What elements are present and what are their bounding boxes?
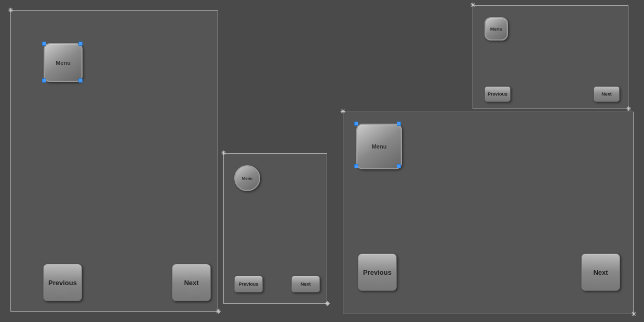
previous-button-top-right[interactable]: Previous <box>485 86 511 102</box>
panel-large-left: ✳ ✳ Menu Previous Next <box>10 10 218 312</box>
menu-button-mid[interactable]: Menu <box>356 124 402 169</box>
handle-mid-br[interactable] <box>397 164 401 168</box>
menu-button-large[interactable]: Menu <box>44 43 83 82</box>
corner-marker-sm-br: ✳ <box>324 300 331 307</box>
previous-button-mid[interactable]: Previous <box>358 253 397 291</box>
panel-small-mid: ✳ ✳ Menu Previous Next <box>223 153 327 304</box>
handle-br[interactable] <box>78 78 83 83</box>
next-button-top-right[interactable]: Next <box>594 86 620 102</box>
previous-button-small[interactable]: Previous <box>234 276 263 292</box>
corner-marker-mr-tl: ✳ <box>339 108 346 115</box>
handle-tl[interactable] <box>42 42 46 46</box>
menu-button-top-right[interactable]: Menu <box>485 17 508 41</box>
corner-marker-br: ✳ <box>214 308 222 315</box>
corner-marker-tr-tl: ✳ <box>469 2 476 9</box>
handle-bl[interactable] <box>42 78 46 83</box>
next-button-mid[interactable]: Next <box>581 253 620 291</box>
handle-mid-tr[interactable] <box>397 122 401 126</box>
corner-marker-sm-tl: ✳ <box>220 150 227 157</box>
next-button-small[interactable]: Next <box>291 276 320 292</box>
handle-mid-bl[interactable] <box>354 164 358 168</box>
panel-mid-right: ✳ ✳ Menu Previous Next <box>343 112 634 314</box>
menu-button-small[interactable]: Menu <box>234 165 260 191</box>
corner-marker-tr-br: ✳ <box>625 105 632 113</box>
handle-tr[interactable] <box>78 42 83 46</box>
corner-marker-mr-br: ✳ <box>630 311 637 318</box>
menu-label: Menu <box>56 60 71 66</box>
next-button-large-left[interactable]: Next <box>172 264 211 301</box>
corner-marker-tl: ✳ <box>7 7 14 14</box>
previous-button-large-left[interactable]: Previous <box>43 264 82 301</box>
handle-mid-tl[interactable] <box>354 122 358 126</box>
panel-top-right: ✳ ✳ Menu Previous Next <box>473 5 628 109</box>
